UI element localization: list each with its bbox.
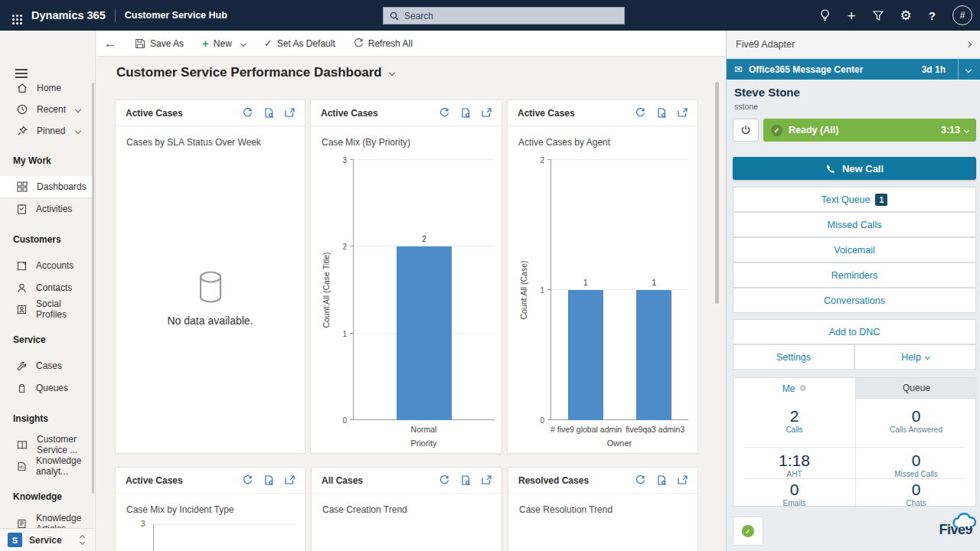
sidebar-item-cases[interactable]: Cases <box>0 355 93 377</box>
chart-card-case-mix-incident: Active Cases Case Mix by Incident Type 3 <box>115 467 305 551</box>
chevron-right-icon[interactable] <box>965 41 972 47</box>
tab-me[interactable]: Me ⚙ <box>733 378 855 399</box>
sidebar-item-contacts[interactable]: Contacts <box>0 277 93 298</box>
plus-icon: + <box>202 37 209 50</box>
save-as-button[interactable]: Save As <box>127 31 191 56</box>
help-icon[interactable]: ? <box>929 10 936 21</box>
power-button[interactable] <box>733 119 759 142</box>
bar-# five9 global admin[interactable] <box>568 290 603 420</box>
section-header-insights: Insights <box>13 413 48 424</box>
menu-item-reminders[interactable]: Reminders <box>733 262 976 288</box>
sidebar-item-customer-service-insights[interactable]: Customer Service ... <box>0 434 93 455</box>
ready-status-dropdown[interactable]: ✓ Ready (All) 3:13 <box>763 119 976 142</box>
refresh-all-button[interactable]: Refresh All <box>346 31 420 56</box>
expand-icon[interactable] <box>678 475 688 484</box>
expand-icon[interactable] <box>678 108 688 117</box>
sidebar-item-label: Dashboards <box>37 181 87 192</box>
view-records-icon[interactable] <box>264 475 273 485</box>
refresh-icon[interactable] <box>439 475 449 485</box>
chevron-down-icon[interactable] <box>389 70 395 76</box>
queues-icon <box>17 383 27 393</box>
dashboards-icon <box>17 181 28 192</box>
bar-five9qa3 admin3[interactable] <box>636 290 671 420</box>
chevron-down-icon <box>925 354 930 360</box>
area-switch-chevrons-icon[interactable] <box>80 536 84 544</box>
filter-icon[interactable] <box>873 11 884 21</box>
user-avatar[interactable]: # <box>952 5 972 25</box>
set-as-default-button[interactable]: ✓ Set As Default <box>256 31 343 56</box>
waffle-menu-icon[interactable] <box>12 15 15 17</box>
sidebar-item-home[interactable]: Home <box>0 77 93 99</box>
help-dropdown[interactable]: Help <box>854 344 976 370</box>
section-header-my-work: My Work <box>13 155 51 166</box>
avatar-monogram: # <box>960 10 965 21</box>
sidebar-item-knowledge-analytics[interactable]: Knowledge analyt... <box>0 455 93 477</box>
sidebar-item-activities[interactable]: Activities <box>0 198 93 220</box>
divider <box>744 478 965 479</box>
area-switcher[interactable]: S Service <box>0 528 95 551</box>
chevron-down-icon[interactable] <box>75 128 81 134</box>
main-scrollbar[interactable] <box>715 82 719 304</box>
tab-queue[interactable]: Queue <box>855 378 977 399</box>
sidebar-item-dashboards[interactable]: Dashboards <box>0 176 93 197</box>
text-queue-badge: 1 <box>875 194 887 206</box>
menu-item-missed-calls[interactable]: Missed Calls <box>733 212 976 237</box>
bar-Normal[interactable] <box>397 246 452 420</box>
card-title: Active Cases <box>518 108 635 119</box>
settings-button[interactable]: Settings <box>733 344 854 370</box>
five9-panel-header: Five9 Adapter <box>727 31 980 58</box>
gear-icon[interactable]: ⚙ <box>799 383 806 393</box>
sidebar-item-recent[interactable]: Recent <box>0 99 93 120</box>
expand-icon[interactable] <box>285 108 295 117</box>
divider <box>744 447 965 448</box>
lightbulb-icon[interactable] <box>820 9 830 21</box>
new-button[interactable]: + New <box>194 31 253 56</box>
sidebar-scrollbar[interactable] <box>92 83 94 494</box>
refresh-icon[interactable] <box>635 475 645 485</box>
new-call-button[interactable]: New Call <box>733 157 976 180</box>
refresh-icon[interactable] <box>243 475 253 485</box>
case-wrench-icon <box>17 361 27 371</box>
refresh-icon[interactable] <box>439 108 449 118</box>
menu-item-conversations[interactable]: Conversations <box>733 288 976 313</box>
back-arrow-icon[interactable]: ← <box>96 37 124 51</box>
banner-dropdown-icon[interactable] <box>965 66 972 72</box>
chevron-down-icon[interactable] <box>240 40 247 46</box>
global-search-input[interactable]: Search <box>383 7 625 24</box>
section-header-service: Service <box>13 334 46 345</box>
refresh-icon[interactable] <box>635 108 645 118</box>
view-records-icon[interactable] <box>264 108 273 118</box>
menu-item-voicemail[interactable]: Voicemail <box>733 237 976 262</box>
page-title[interactable]: Customer Service Performance Dashboard <box>116 65 394 80</box>
y-axis-line <box>153 524 154 551</box>
chevron-down-icon[interactable] <box>75 106 81 112</box>
sidebar-item-label: Accounts <box>36 260 74 271</box>
refresh-icon <box>354 38 364 48</box>
status-check-icon: ✓ <box>771 125 782 136</box>
expand-icon[interactable] <box>482 108 492 117</box>
card-title: Active Cases <box>126 108 243 119</box>
sidebar-item-social-profiles[interactable]: Social Profiles <box>0 298 93 320</box>
expand-icon[interactable] <box>285 475 295 484</box>
view-records-icon[interactable] <box>461 108 470 118</box>
pin-icon <box>17 126 28 136</box>
sidebar-item-label: Contacts <box>36 282 72 293</box>
office365-message-banner[interactable]: ✉ Office365 Message Center 3d 1h <box>727 59 980 80</box>
view-records-icon[interactable] <box>657 108 666 118</box>
sidebar-item-queues[interactable]: Queues <box>0 377 93 399</box>
add-to-dnc-button[interactable]: Add to DNC <box>733 319 976 344</box>
expand-icon[interactable] <box>482 475 492 484</box>
y-axis-label: Count:All (Case) <box>519 260 528 319</box>
power-icon <box>740 125 751 135</box>
refresh-icon[interactable] <box>243 108 253 118</box>
menu-item-text-queue[interactable]: Text Queue 1 <box>733 187 976 212</box>
x-category-label: Normal <box>353 425 495 434</box>
sidebar-item-pinned[interactable]: Pinned <box>0 120 93 142</box>
settings-gear-icon[interactable]: ⚙ <box>900 9 912 22</box>
add-icon[interactable]: + <box>847 8 855 23</box>
status-label: Ready (All) <box>789 125 838 135</box>
view-records-icon[interactable] <box>657 475 666 485</box>
view-records-icon[interactable] <box>461 475 470 485</box>
sidebar-item-accounts[interactable]: Accounts <box>0 255 93 276</box>
connection-status-button[interactable]: ✓ <box>733 517 763 546</box>
